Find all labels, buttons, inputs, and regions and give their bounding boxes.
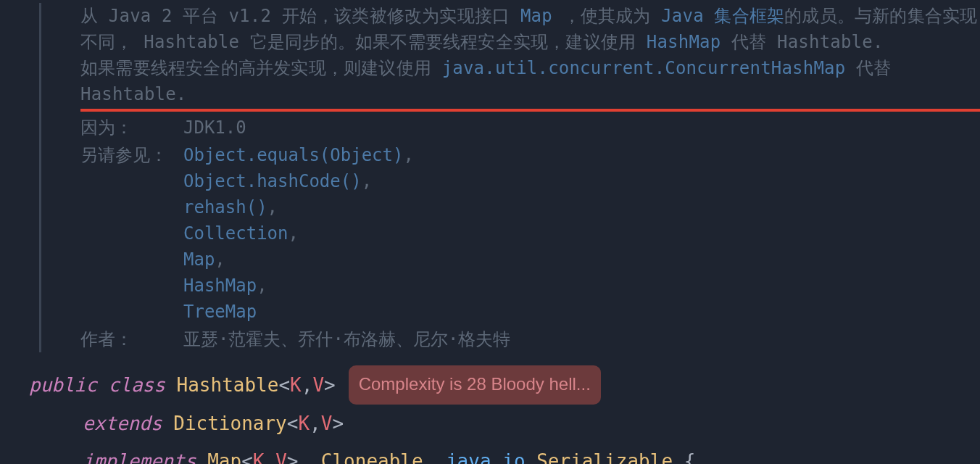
type-map: Map xyxy=(207,450,241,464)
javadoc-paragraph: 从 Java 2 平台 v1.2 开始，该类被修改为实现接口 Map ，使其成为… xyxy=(80,3,980,112)
link-java-collections[interactable]: Java 集合框架 xyxy=(661,6,784,26)
package-qualifier: java.io. xyxy=(446,450,536,464)
link-map[interactable]: Map xyxy=(520,6,552,26)
generic-v: V xyxy=(312,374,324,396)
angle-open: < xyxy=(241,450,253,464)
see-also-link[interactable]: Object.equals(Object) xyxy=(183,145,403,165)
keyword-implements: implements xyxy=(83,450,196,464)
doc-text: 代替 Hashtable. xyxy=(721,32,883,52)
since-value: JDK1.0 xyxy=(183,115,980,141)
type-hashtable: Hashtable xyxy=(177,374,279,396)
generic-v: V xyxy=(321,413,333,434)
type-cloneable: Cloneable xyxy=(321,450,423,464)
keyword-extends: extends xyxy=(83,413,162,434)
author-value: 亚瑟·范霍夫、乔什·布洛赫、尼尔·格夫特 xyxy=(183,326,980,352)
link-hashmap[interactable]: HashMap xyxy=(647,32,721,52)
code-line-1: public class Hashtable<K,V>Complexity is… xyxy=(29,374,601,396)
keyword-class: class xyxy=(109,374,165,396)
see-also-link[interactable]: Map xyxy=(183,249,215,270)
angle-close: > xyxy=(324,374,336,396)
see-also-item: rehash(), xyxy=(183,194,980,220)
see-also-item: HashMap, xyxy=(183,273,980,299)
see-also-item: Map, xyxy=(183,246,980,273)
code-line-3: implements Map<K,V>, Cloneable, java.io.… xyxy=(29,450,695,464)
see-also-item: Collection, xyxy=(183,220,980,246)
angle-open: < xyxy=(287,413,299,434)
javadoc-block: 从 Java 2 平台 v1.2 开始，该类被修改为实现接口 Map ，使其成为… xyxy=(39,3,980,352)
generic-k: K xyxy=(253,450,265,464)
underlined-span: 如果需要线程安全的高并发实现，则建议使用 java.util.concurren… xyxy=(80,55,980,112)
link-concurrenthashmap[interactable]: java.util.concurrent.ConcurrentHashMap xyxy=(442,58,846,78)
see-also-link[interactable]: Collection xyxy=(183,223,288,244)
separator: , xyxy=(403,145,413,165)
keyword-public: public xyxy=(29,374,97,396)
separator: , xyxy=(267,197,278,218)
see-also-link[interactable]: TreeMap xyxy=(183,302,257,322)
complexity-hint-badge[interactable]: Complexity is 28 Bloody hell... xyxy=(349,365,601,405)
comma-space: , xyxy=(298,450,320,464)
generic-k: K xyxy=(290,374,302,396)
comma: , xyxy=(310,413,321,434)
comma: , xyxy=(264,450,275,464)
type-dictionary: Dictionary xyxy=(173,413,287,434)
type-serializable: Serializable xyxy=(536,450,673,464)
generic-k: K xyxy=(298,413,310,434)
angle-open: < xyxy=(278,374,290,396)
code-block: public class Hashtable<K,V>Complexity is… xyxy=(0,365,980,464)
see-also-link[interactable]: HashMap xyxy=(183,276,257,296)
separator: , xyxy=(215,249,225,270)
see-also-link[interactable]: rehash() xyxy=(183,197,267,218)
doc-text: 从 Java 2 平台 v1.2 开始，该类被修改为实现接口 xyxy=(80,6,520,26)
see-also-label: 另请参见： xyxy=(80,142,183,325)
angle-close: > xyxy=(332,413,344,434)
javadoc-tags: 因为： JDK1.0 另请参见： Object.equals(Object),O… xyxy=(80,115,980,352)
doc-text: ，使其成为 xyxy=(552,6,661,26)
comma-space: , xyxy=(423,450,446,464)
see-also-item: TreeMap xyxy=(183,299,980,325)
generic-v: V xyxy=(275,450,287,464)
separator: , xyxy=(288,223,299,244)
brace-open: { xyxy=(673,450,695,464)
code-line-2: extends Dictionary<K,V> xyxy=(29,413,344,434)
see-also-list: Object.equals(Object),Object.hashCode(),… xyxy=(183,142,980,325)
comma: , xyxy=(302,374,313,396)
angle-close: > xyxy=(287,450,299,464)
doc-text: 如果需要线程安全的高并发实现，则建议使用 xyxy=(80,58,442,78)
see-also-link[interactable]: Object.hashCode() xyxy=(183,171,362,191)
author-label: 作者： xyxy=(80,326,183,352)
see-also-item: Object.equals(Object), xyxy=(183,142,980,168)
see-also-item: Object.hashCode(), xyxy=(183,168,980,194)
separator: , xyxy=(257,276,267,296)
since-label: 因为： xyxy=(80,115,183,141)
separator: , xyxy=(362,171,372,191)
